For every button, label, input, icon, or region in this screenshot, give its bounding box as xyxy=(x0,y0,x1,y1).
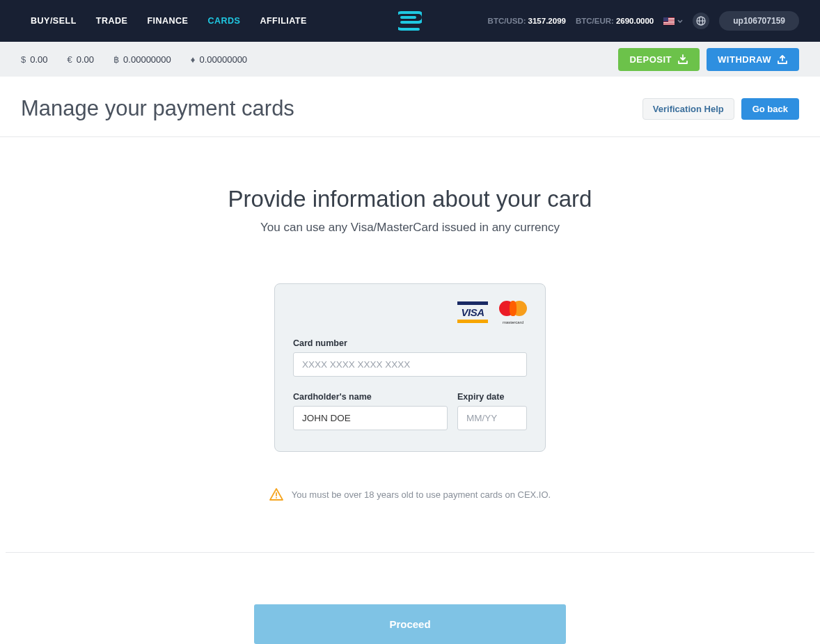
warning-icon xyxy=(269,488,283,501)
go-back-button[interactable]: Go back xyxy=(741,98,799,120)
main-content: Provide information about your card You … xyxy=(0,137,820,552)
balance-eth: ♦0.00000000 xyxy=(191,54,247,65)
card-number-input[interactable] xyxy=(293,352,527,377)
card-brand-logos: VISA mastercard xyxy=(293,301,527,323)
proceed-section: Proceed xyxy=(0,553,820,644)
deposit-button[interactable]: DEPOSIT xyxy=(618,48,700,71)
language-button[interactable] xyxy=(693,13,709,29)
balance-eur: €0.00 xyxy=(68,54,95,65)
nav-right: BTC/USD:3157.2099 BTC/EUR:2690.0000 up10… xyxy=(488,11,799,31)
balance-btc: ฿0.00000000 xyxy=(113,54,171,65)
nav-cards[interactable]: CARDS xyxy=(198,16,250,26)
svg-rect-5 xyxy=(663,24,675,24)
nav-trade[interactable]: TRADE xyxy=(86,16,138,26)
top-nav: BUY/SELL TRADE FINANCE CARDS AFFILIATE B… xyxy=(0,0,820,42)
balance-bar: $0.00 €0.00 ฿0.00000000 ♦0.00000000 DEPO… xyxy=(0,42,820,77)
cardholder-name-label: Cardholder's name xyxy=(293,392,448,402)
expiry-date-label: Expiry date xyxy=(457,392,527,402)
page-header-actions: Verification Help Go back xyxy=(642,98,799,120)
warning-text: You must be over 18 years old to use pay… xyxy=(292,489,551,500)
proceed-button[interactable]: Proceed xyxy=(254,604,566,644)
page-header: Manage your payment cards Verification H… xyxy=(0,77,820,137)
nav-left: BUY/SELL TRADE FINANCE CARDS AFFILIATE xyxy=(21,16,317,26)
page-title: Manage your payment cards xyxy=(21,96,294,121)
verification-help-button[interactable]: Verification Help xyxy=(642,98,734,120)
svg-rect-6 xyxy=(663,17,668,22)
svg-rect-4 xyxy=(663,22,675,23)
main-title: Provide information about your card xyxy=(0,186,820,212)
svg-point-11 xyxy=(276,497,277,498)
logo-icon[interactable] xyxy=(398,10,422,31)
card-number-label: Card number xyxy=(293,338,527,348)
locale-flag-dropdown[interactable] xyxy=(663,17,683,25)
ticker-btc-eur: BTC/EUR:2690.0000 xyxy=(576,17,654,25)
balance-usd: $0.00 xyxy=(21,54,48,65)
cardholder-name-input[interactable] xyxy=(293,406,448,430)
globe-icon xyxy=(696,16,706,26)
nav-finance[interactable]: FINANCE xyxy=(137,16,198,26)
balance-actions: DEPOSIT WITHDRAW xyxy=(618,48,799,71)
withdraw-label: WITHDRAW xyxy=(718,54,771,65)
user-menu[interactable]: up106707159 xyxy=(719,11,799,31)
card-form: VISA mastercard Card number Cardholder's… xyxy=(274,283,546,452)
nav-affiliate[interactable]: AFFILIATE xyxy=(250,16,316,26)
download-icon xyxy=(677,54,688,64)
main-subtitle: You can use any Visa/MasterCard issued i… xyxy=(0,221,820,235)
age-warning: You must be over 18 years old to use pay… xyxy=(0,488,820,524)
mastercard-logo-icon: mastercard xyxy=(499,301,527,323)
us-flag-icon xyxy=(663,17,675,25)
chevron-down-icon xyxy=(677,19,683,23)
upload-icon xyxy=(777,54,788,64)
expiry-date-input[interactable] xyxy=(457,406,527,430)
visa-logo-icon: VISA xyxy=(457,301,488,323)
ticker-btc-usd: BTC/USD:3157.2099 xyxy=(488,17,566,25)
withdraw-button[interactable]: WITHDRAW xyxy=(707,48,799,71)
deposit-label: DEPOSIT xyxy=(629,54,672,65)
nav-buy-sell[interactable]: BUY/SELL xyxy=(21,16,86,26)
